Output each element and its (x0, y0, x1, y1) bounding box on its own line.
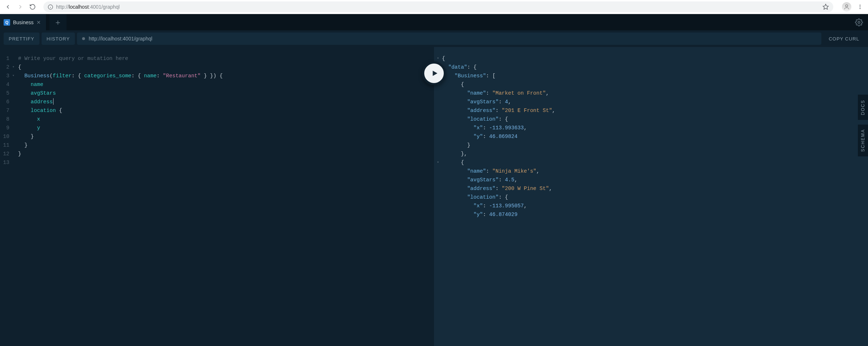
toolbar: PRETTIFY HISTORY http://localhost:4001/g… (0, 30, 868, 47)
close-icon[interactable]: ✕ (37, 20, 41, 25)
reload-button[interactable] (27, 2, 38, 12)
back-button[interactable] (3, 2, 13, 12)
svg-marker-9 (433, 71, 438, 76)
play-icon (431, 69, 439, 78)
line-gutter: 12345678910111213 (0, 54, 12, 167)
copy-curl-button[interactable]: COPY CURL (824, 33, 864, 45)
endpoint-url: http://localhost:4001/graphql (89, 36, 152, 42)
browser-chrome: http://localhost:4001/graphql (0, 0, 868, 14)
settings-button[interactable] (850, 14, 868, 30)
svg-marker-3 (823, 4, 829, 9)
star-icon[interactable] (822, 4, 829, 10)
editor-body[interactable]: # Write your query or mutation here { Bu… (17, 54, 434, 167)
svg-point-4 (846, 5, 848, 7)
history-button[interactable]: HISTORY (42, 33, 75, 45)
docs-tab[interactable]: DOCS (858, 95, 868, 120)
query-badge: Q (4, 19, 10, 26)
result-body: { "data": { "Business": [ { "name": "Mar… (441, 54, 868, 219)
result-pane: ▾▾▾▾▾ { "data": { "Business": [ { "name"… (434, 47, 868, 346)
tab-business[interactable]: Q Business ✕ (0, 14, 46, 30)
fold-gutter[interactable]: ▾▾ (12, 54, 17, 167)
menu-button[interactable] (855, 2, 865, 12)
endpoint-input[interactable]: http://localhost:4001/graphql (77, 33, 821, 45)
svg-point-8 (858, 21, 860, 23)
svg-point-6 (860, 7, 861, 8)
profile-avatar[interactable] (842, 2, 851, 12)
forward-button[interactable] (15, 2, 25, 12)
svg-point-5 (860, 5, 861, 6)
run-button[interactable] (422, 61, 446, 85)
gear-icon (855, 18, 863, 26)
svg-point-7 (860, 8, 861, 9)
tab-bar: Q Business ✕ ＋ (0, 14, 868, 30)
info-icon (48, 4, 53, 10)
schema-tab[interactable]: SCHEMA (858, 125, 868, 156)
url-bar[interactable]: http://localhost:4001/graphql (43, 1, 833, 12)
query-editor[interactable]: 12345678910111213 ▾▾ # Write your query … (0, 47, 434, 346)
prettify-button[interactable]: PRETTIFY (4, 33, 39, 45)
tab-label: Business (13, 20, 34, 25)
main-split: DOCS SCHEMA 12345678910111213 ▾▾ # Write… (0, 47, 868, 346)
url-text: http://localhost:4001/graphql (56, 4, 120, 10)
add-tab-button[interactable]: ＋ (50, 14, 67, 30)
graphql-playground: Q Business ✕ ＋ PRETTIFY HISTORY http://l… (0, 14, 868, 346)
status-dot-icon (82, 37, 85, 40)
